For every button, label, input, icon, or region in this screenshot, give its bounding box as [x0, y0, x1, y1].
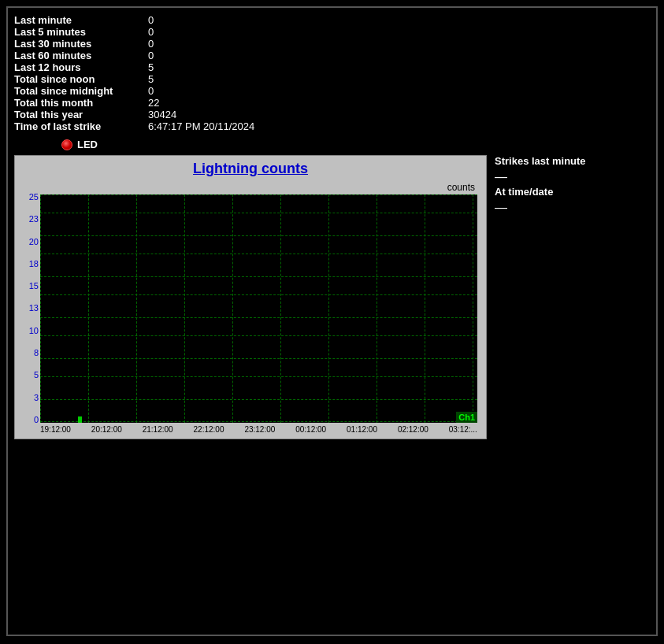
grid-v-8	[377, 194, 377, 423]
y-label-8: 8	[19, 349, 39, 357]
table-row: Last 12 hours 5	[14, 61, 650, 73]
y-label-10: 10	[19, 327, 39, 335]
table-row: Time of last strike 6:47:17 PM 20/11/202…	[14, 120, 650, 132]
stat-label-last-12: Last 12 hours	[14, 61, 148, 73]
table-row: Last 60 minutes 0	[14, 50, 650, 61]
x-label-0: 19:12:00	[40, 425, 71, 434]
x-label-4: 23:12:00	[244, 425, 275, 434]
grid-h-10	[40, 376, 477, 377]
stat-label-last-30: Last 30 minutes	[14, 38, 148, 50]
y-label-15: 15	[19, 282, 39, 291]
grid-h-1	[40, 194, 477, 195]
stat-value-last-strike: 6:47:17 PM 20/11/2024	[148, 120, 254, 132]
x-label-8: 03:12:...	[449, 425, 477, 434]
x-axis: 19:12:00 20:12:00 21:12:00 22:12:00 23:1…	[40, 425, 477, 434]
table-row: Total since noon 5	[14, 73, 650, 85]
stat-label-last-60: Last 60 minutes	[14, 50, 148, 61]
stat-label-since-noon: Total since noon	[14, 73, 148, 85]
table-row: Last 5 minutes 0	[14, 26, 650, 38]
y-label-13: 13	[19, 304, 39, 313]
led-icon	[61, 139, 72, 150]
stat-label-last-5: Last 5 minutes	[14, 26, 148, 38]
grid-v-3	[136, 194, 137, 423]
ch1-badge: Ch1	[456, 412, 477, 423]
table-row: Total since midnight 0	[14, 85, 650, 97]
data-bar-1	[78, 416, 82, 423]
stat-value-last-5: 0	[148, 26, 154, 38]
chart-canvas: Ch1	[40, 194, 477, 423]
grid-h-11	[40, 399, 477, 400]
grid-v-10	[473, 194, 473, 423]
grid-h-3	[40, 235, 477, 236]
stat-label-this-year: Total this year	[14, 109, 148, 120]
grid-v-4	[184, 194, 185, 423]
chart-header: counts	[20, 182, 481, 193]
grid-h-4	[40, 254, 477, 254]
at-time-label: At time/date	[495, 186, 605, 198]
grid-h-6	[40, 294, 477, 295]
grid-h-9	[40, 358, 477, 359]
table-row: Total this month 22	[14, 97, 650, 109]
led-label: LED	[77, 139, 98, 150]
stat-value-last-60: 0	[148, 50, 154, 61]
x-label-7: 02:12:00	[398, 425, 428, 434]
y-label-20: 20	[19, 238, 39, 246]
stat-label-this-month: Total this month	[14, 97, 148, 109]
counts-label: counts	[447, 182, 475, 193]
table-row: Last minute 0	[14, 14, 650, 26]
table-row: Last 30 minutes 0	[14, 38, 650, 50]
y-label-0: 0	[19, 416, 39, 424]
stat-value-this-month: 22	[148, 97, 159, 109]
y-label-25: 25	[19, 193, 39, 202]
grid-h-5	[40, 276, 477, 277]
chart-panel: Lightning counts counts 25 23 20 18 15 1…	[14, 155, 487, 439]
stat-label-last-strike: Time of last strike	[14, 120, 148, 132]
chart-section: Lightning counts counts 25 23 20 18 15 1…	[14, 155, 650, 439]
chart-area: Ch1 19:12:00 20:12:00 21:12:00 22:12:00 …	[40, 194, 477, 434]
x-label-1: 20:12:00	[91, 425, 122, 434]
stat-value-last-12: 5	[148, 61, 154, 73]
led-row: LED	[61, 139, 650, 150]
x-label-5: 00:12:00	[295, 425, 326, 434]
y-label-3: 3	[19, 394, 39, 402]
grid-v-6	[280, 194, 281, 423]
stat-value-this-year: 30424	[148, 109, 176, 120]
grid-v-5	[232, 194, 233, 423]
stat-value-since-midnight: 0	[148, 85, 154, 97]
stats-table: Last minute 0 Last 5 minutes 0 Last 30 m…	[14, 14, 650, 132]
stat-label-last-minute: Last minute	[14, 14, 148, 26]
grid-v-1	[40, 194, 41, 423]
strikes-last-minute-label: Strikes last minute	[495, 155, 605, 167]
main-container: Last minute 0 Last 5 minutes 0 Last 30 m…	[6, 6, 658, 636]
stat-label-since-midnight: Total since midnight	[14, 85, 148, 97]
stat-value-last-minute: 0	[148, 14, 154, 26]
strikes-dash: —	[495, 170, 605, 184]
info-panel: Strikes last minute — At time/date —	[495, 155, 605, 217]
y-label-5: 5	[19, 371, 39, 379]
grid-v-7	[328, 194, 329, 423]
grid-h-12	[40, 421, 477, 422]
y-axis: 25 23 20 18 15 13 10 8 5 3 0	[20, 194, 40, 423]
stat-value-since-noon: 5	[148, 73, 154, 85]
y-label-23: 23	[19, 215, 39, 224]
table-row: Total this year 30424	[14, 109, 650, 120]
at-time-dash: —	[495, 201, 605, 215]
chart-title: Lightning counts	[20, 161, 481, 177]
grid-v-9	[425, 194, 425, 423]
grid-h-2	[40, 213, 477, 213]
y-label-18: 18	[19, 260, 39, 268]
chart-wrapper: 25 23 20 18 15 13 10 8 5 3 0	[20, 194, 481, 434]
x-label-6: 01:12:00	[347, 425, 377, 434]
grid-h-8	[40, 335, 477, 336]
grid-v-2	[88, 194, 89, 423]
grid-h-7	[40, 317, 477, 318]
x-label-3: 22:12:00	[194, 425, 224, 434]
x-label-2: 21:12:00	[143, 425, 173, 434]
stat-value-last-30: 0	[148, 38, 154, 50]
